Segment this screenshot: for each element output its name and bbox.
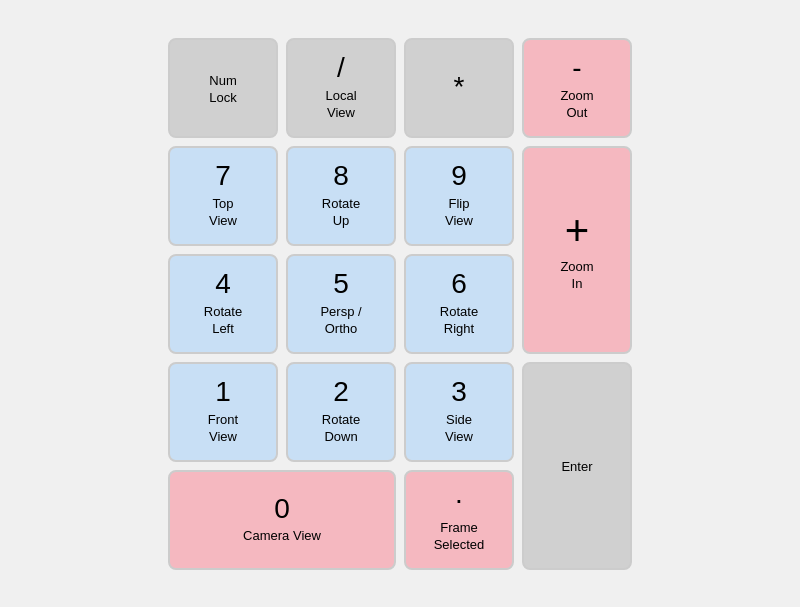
numpad: NumLock / LocalView * - ZoomOut 7 TopVie… [148,18,652,590]
key-side-view-num: 3 [451,377,467,408]
key-top-view[interactable]: 7 TopView [168,146,278,246]
key-rotate-left[interactable]: 4 RotateLeft [168,254,278,354]
key-frame-selected[interactable]: · FrameSelected [404,470,514,570]
key-front-view[interactable]: 1 FrontView [168,362,278,462]
key-rotate-right-num: 6 [451,269,467,300]
key-num-lock[interactable]: NumLock [168,38,278,138]
key-local-view-num: / [337,53,345,84]
key-flip-view-label: FlipView [445,196,473,230]
key-rotate-down-num: 2 [333,377,349,408]
key-num-lock-label: NumLock [209,73,236,107]
key-flip-view[interactable]: 9 FlipView [404,146,514,246]
key-rotate-up-num: 8 [333,161,349,192]
key-local-view-label: LocalView [325,88,356,122]
key-front-view-label: FrontView [208,412,238,446]
key-rotate-left-label: RotateLeft [204,304,242,338]
key-rotate-right[interactable]: 6 RotateRight [404,254,514,354]
key-rotate-down-label: RotateDown [322,412,360,446]
key-enter-label: Enter [561,459,592,476]
key-local-view[interactable]: / LocalView [286,38,396,138]
key-side-view-label: SideView [445,412,473,446]
key-persp-ortho[interactable]: 5 Persp /Ortho [286,254,396,354]
key-zoom-out-label: ZoomOut [560,88,593,122]
key-zoom-in[interactable]: + ZoomIn [522,146,632,354]
key-camera-view-num: 0 [274,494,290,525]
key-front-view-num: 1 [215,377,231,408]
key-rotate-up[interactable]: 8 RotateUp [286,146,396,246]
key-top-view-label: TopView [209,196,237,230]
key-zoom-out[interactable]: - ZoomOut [522,38,632,138]
key-side-view[interactable]: 3 SideView [404,362,514,462]
key-frame-selected-num: · [455,485,463,516]
key-persp-ortho-num: 5 [333,269,349,300]
key-rotate-down[interactable]: 2 RotateDown [286,362,396,462]
key-rotate-left-num: 4 [215,269,231,300]
key-camera-view-label: Camera View [243,528,321,545]
key-frame-selected-label: FrameSelected [434,520,485,554]
key-rotate-up-label: RotateUp [322,196,360,230]
key-persp-ortho-label: Persp /Ortho [320,304,361,338]
key-rotate-right-label: RotateRight [440,304,478,338]
key-zoom-out-num: - [572,53,581,84]
key-camera-view[interactable]: 0 Camera View [168,470,396,570]
key-star[interactable]: * [404,38,514,138]
key-zoom-in-label: ZoomIn [560,259,593,293]
key-flip-view-num: 9 [451,161,467,192]
key-star-num: * [454,72,465,103]
key-zoom-in-num: + [565,207,590,255]
key-top-view-num: 7 [215,161,231,192]
key-enter[interactable]: Enter [522,362,632,570]
